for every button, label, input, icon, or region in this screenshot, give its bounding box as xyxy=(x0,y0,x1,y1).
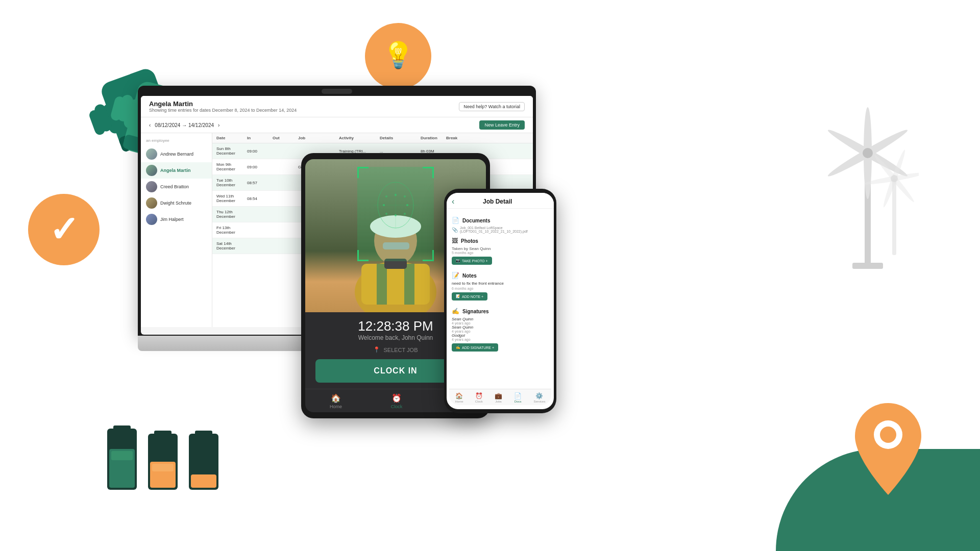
app-header: Angela Martin Showing time entries for d… xyxy=(141,96,533,117)
sig-name-1: Sean Quinn xyxy=(452,317,549,321)
svg-rect-36 xyxy=(852,263,883,269)
phone-screen: ‹ Job Detail 📄 Documents 📎 Job_001 Belfa… xyxy=(447,193,554,409)
photo-time: 5 months ago xyxy=(452,251,549,255)
next-arrow[interactable]: › xyxy=(218,122,219,128)
svg-rect-16 xyxy=(116,94,134,123)
date-subtitle: Showing time entries for dates December … xyxy=(149,108,297,113)
tab-clock[interactable]: ⏰ Clock xyxy=(391,393,403,409)
svg-point-38 xyxy=(881,149,907,208)
nav-row: ‹ 08/12/2024 → 14/12/2024 › New Leave En… xyxy=(141,117,533,133)
employee-sidebar: an employee Andrew Bernard Angela Martin… xyxy=(141,133,212,327)
svg-rect-22 xyxy=(109,449,135,488)
note-icon: 📝 xyxy=(456,294,460,298)
col-activity: Activity xyxy=(339,136,380,140)
doc-item[interactable]: 📎 Job_001 Belfast LoftSpace (LOFTD01_01_… xyxy=(452,226,549,233)
svg-rect-20 xyxy=(107,429,137,490)
svg-rect-7 xyxy=(101,102,124,135)
phone-tab-clock[interactable]: ⏰ Clock xyxy=(475,392,483,403)
phone-header: ‹ Job Detail xyxy=(447,193,554,209)
phone-docs-icon: 📄 xyxy=(514,392,522,399)
svg-point-62 xyxy=(385,213,387,215)
svg-point-39 xyxy=(873,154,916,204)
svg-point-56 xyxy=(395,194,397,196)
svg-rect-25 xyxy=(154,431,172,436)
take-photo-button[interactable]: 📷 TAKE PHOTO + xyxy=(452,257,492,265)
svg-rect-29 xyxy=(195,431,212,436)
note-content: need to fix the front entrance xyxy=(452,281,549,286)
tab-home[interactable]: 🏠 Home xyxy=(330,393,342,409)
phone-jobs-icon: 💼 xyxy=(495,392,502,399)
doc-filename: Job_001 Belfast LoftSpace (LOFTD01_01_10… xyxy=(460,226,549,233)
notes-section: 📝 Notes xyxy=(452,272,549,279)
documents-section: 📄 Documents xyxy=(452,217,549,224)
note-time: 6 months ago xyxy=(452,287,549,290)
location-icon: 📍 xyxy=(373,346,380,353)
sig-name-3: Godgol xyxy=(452,333,549,338)
phone-services-icon: ⚙️ xyxy=(535,392,543,399)
phone-tab-services[interactable]: ⚙️ Services xyxy=(533,392,545,403)
employee-name: Angela Martin xyxy=(149,100,297,108)
sig-icon: ✍️ xyxy=(456,345,460,349)
new-leave-button[interactable]: New Leave Entry xyxy=(479,120,525,130)
phone-services-label: Services xyxy=(533,400,545,403)
svg-rect-9 xyxy=(88,109,106,136)
sidebar-item-creed[interactable]: Creed Bratton xyxy=(141,179,212,195)
col-out: Out xyxy=(273,136,298,140)
col-break: Break xyxy=(446,136,467,140)
signatures-section: ✍️ Signatures xyxy=(452,308,549,315)
phone-clock-icon: ⏰ xyxy=(475,392,483,399)
svg-point-35 xyxy=(863,148,873,158)
svg-text:💡: 💡 xyxy=(382,40,414,70)
phone-tab-home[interactable]: 🏠 Home xyxy=(455,392,463,403)
tab-clock-label: Clock xyxy=(391,404,403,409)
svg-rect-28 xyxy=(189,434,218,490)
svg-rect-50 xyxy=(377,264,387,305)
home-icon: 🏠 xyxy=(331,393,341,403)
phone-nav: 🏠 Home ⏰ Clock 💼 Jobs 📄 Docs ⚙️ Ser xyxy=(449,389,551,405)
phone-docs-label: Docs xyxy=(514,400,522,403)
add-note-button[interactable]: 📝 ADD NOTE + xyxy=(452,292,487,300)
svg-rect-26 xyxy=(150,462,176,488)
svg-point-42 xyxy=(874,420,902,449)
svg-rect-17 xyxy=(110,95,126,122)
documents-icon: 📄 xyxy=(452,217,459,224)
col-duration: Duration xyxy=(421,136,446,140)
sidebar-item-andrew[interactable]: Andrew Bernard xyxy=(141,146,212,162)
phone-tab-docs[interactable]: 📄 Docs xyxy=(514,392,522,403)
add-signature-button[interactable]: ✍️ ADD SIGNATURE + xyxy=(452,343,498,352)
sidebar-item-angela[interactable]: Angela Martin xyxy=(141,162,212,179)
phone-clock-label: Clock xyxy=(475,400,483,403)
scan-corner-bl xyxy=(357,250,369,261)
svg-point-43 xyxy=(880,427,896,443)
laptop-notch xyxy=(322,89,352,94)
hill-decoration xyxy=(776,449,980,551)
sig-time-3: 4 years ago xyxy=(452,338,549,341)
svg-point-58 xyxy=(383,204,385,206)
job-detail-title: Job Detail xyxy=(454,198,541,205)
employee-name-jim: Jim Halpert xyxy=(160,217,184,222)
svg-point-33 xyxy=(826,127,910,180)
svg-point-41 xyxy=(891,175,898,182)
tutorial-button[interactable]: Need help? Watch a tutorial xyxy=(459,102,525,111)
svg-rect-8 xyxy=(93,103,113,133)
photos-label: Photos xyxy=(461,238,478,244)
sidebar-item-dwight[interactable]: Dwight Schrute xyxy=(141,195,212,211)
sig-time-2: 4 years ago xyxy=(452,330,549,333)
search-hint: an employee xyxy=(141,136,212,146)
add-note-label: ADD NOTE + xyxy=(462,295,483,298)
photo-credit: Taken by Sean Quinn xyxy=(452,246,549,251)
prev-arrow[interactable]: ‹ xyxy=(149,122,151,128)
sidebar-item-jim[interactable]: Jim Halpert xyxy=(141,211,212,228)
phone-tab-jobs[interactable]: 💼 Jobs xyxy=(495,392,502,403)
employee-name-angela: Angela Martin xyxy=(160,168,191,173)
svg-point-34 xyxy=(826,127,910,180)
svg-rect-21 xyxy=(113,425,131,431)
batteries-decoration xyxy=(102,423,225,490)
svg-rect-27 xyxy=(152,464,174,471)
svg-point-61 xyxy=(404,195,406,197)
svg-point-57 xyxy=(395,214,397,216)
phone-jobs-label: Jobs xyxy=(495,400,502,403)
employee-name-dwight: Dwight Schrute xyxy=(160,201,191,206)
employee-name-creed: Creed Bratton xyxy=(160,184,189,189)
employee-name-andrew: Andrew Bernard xyxy=(160,152,193,157)
